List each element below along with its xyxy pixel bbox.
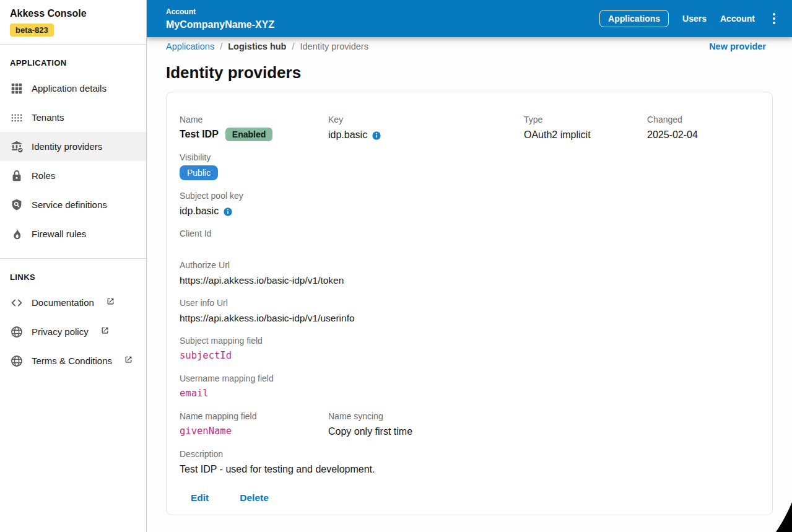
sidebar-item-application-details[interactable]: Application details	[0, 74, 146, 103]
sidebar-link-label: Privacy policy	[32, 326, 89, 337]
field-authorize-url: Authorize Url https://api.akkess.io/basi…	[180, 259, 759, 287]
sidebar-link-label: Terms & Conditions	[32, 355, 112, 366]
account-block: Account MyCompanyName-XYZ	[166, 7, 274, 30]
visibility-badge: Public	[180, 165, 218, 180]
field-label: Changed	[647, 113, 759, 126]
breadcrumb: Applications / Logistics hub / Identity …	[166, 41, 368, 51]
sidebar-link-label: Documentation	[32, 297, 94, 308]
account-label: Account	[166, 7, 274, 16]
field-label: Type	[524, 113, 647, 126]
sidebar-item-label: Tenants	[32, 112, 64, 123]
nav-users-link[interactable]: Users	[682, 14, 707, 24]
field-label: Authorize Url	[180, 259, 759, 271]
info-icon[interactable]	[223, 206, 233, 216]
field-label: Subject pool key	[180, 190, 759, 202]
top-bar: Account MyCompanyName-XYZ Applications U…	[147, 0, 792, 37]
external-link-icon	[124, 355, 133, 363]
field-label: Name	[180, 113, 328, 126]
sidebar-link-terms-conditions[interactable]: Terms & Conditions	[0, 346, 146, 375]
app-title: Akkess Console	[10, 8, 136, 19]
identity-bank-icon	[10, 140, 24, 154]
provider-key: idp.basic	[328, 128, 367, 142]
sidebar-section-links: LINKS	[10, 273, 136, 282]
card-actions: Edit Delete	[191, 492, 759, 504]
breadcrumb-logistics-hub[interactable]: Logistics hub	[228, 41, 286, 51]
sidebar-item-label: Firewall rules	[32, 229, 86, 239]
sidebar-item-label: Roles	[32, 170, 55, 181]
top-nav: Applications Users Account	[599, 10, 780, 27]
name-syncing-value: Copy only first time	[328, 424, 524, 438]
field-label: Name syncing	[328, 410, 524, 422]
breadcrumb-separator: /	[292, 41, 294, 51]
sidebar-item-label: Identity providers	[32, 141, 102, 152]
breadcrumb-identity-providers: Identity providers	[300, 41, 368, 51]
provider-changed: 2025-02-04	[647, 128, 759, 142]
sidebar-item-service-definitions[interactable]: Service definitions	[0, 190, 146, 219]
field-label: Visibility	[180, 151, 759, 164]
sidebar-item-identity-providers[interactable]: Identity providers	[0, 132, 146, 161]
field-description: Description Test IDP - used for testing …	[180, 448, 759, 476]
lock-icon	[10, 169, 24, 183]
sidebar: Akkess Console beta-823 APPLICATION Appl…	[0, 0, 147, 532]
field-label: Key	[328, 113, 524, 126]
field-type: Type OAuth2 implicit	[524, 113, 647, 142]
sidebar-item-firewall-rules[interactable]: Firewall rules	[0, 219, 146, 248]
info-icon[interactable]	[372, 130, 381, 140]
breadcrumb-row: Applications / Logistics hub / Identity …	[147, 37, 792, 53]
user-info-url: https://api.akkess.io/basic-idp/v1/useri…	[180, 311, 759, 325]
sidebar-item-roles[interactable]: Roles	[0, 161, 146, 190]
page-title: Identity providers	[166, 63, 301, 82]
field-name-syncing: Name syncing Copy only first time	[328, 410, 524, 438]
field-key: Key idp.basic	[328, 113, 524, 142]
edit-button[interactable]: Edit	[191, 492, 209, 504]
enabled-status-badge: Enabled	[225, 128, 272, 141]
nav-applications-button[interactable]: Applications	[599, 10, 669, 27]
provider-type: OAuth2 implicit	[524, 128, 647, 142]
mouse-cursor	[776, 502, 792, 532]
new-provider-link[interactable]: New provider	[709, 41, 766, 51]
breadcrumb-separator: /	[220, 41, 222, 51]
shield-search-icon	[10, 198, 24, 212]
environment-badge: beta-823	[10, 24, 54, 37]
overflow-menu-icon[interactable]	[768, 12, 780, 25]
field-label: Client Id	[180, 227, 759, 240]
sidebar-link-privacy-policy[interactable]: Privacy policy	[0, 317, 146, 346]
account-name: MyCompanyName-XYZ	[166, 19, 274, 30]
sidebar-divider	[0, 258, 146, 259]
sidebar-item-label: Application details	[32, 83, 107, 94]
field-name: Name Test IDP Enabled	[180, 113, 328, 142]
name-mapping-field: givenName	[180, 424, 328, 438]
sidebar-section-application: APPLICATION	[10, 58, 136, 68]
field-username-mapping: Username mapping field email	[180, 372, 759, 401]
sidebar-item-label: Service definitions	[32, 199, 107, 210]
sidebar-link-documentation[interactable]: Documentation	[0, 288, 146, 317]
sidebar-divider	[0, 44, 146, 45]
tenants-grid-icon	[10, 111, 24, 124]
field-client-id: Client Id	[180, 227, 759, 250]
field-subject-pool-key: Subject pool key idp.basic	[180, 190, 759, 218]
username-mapping-field: email	[180, 386, 759, 401]
identity-provider-card: Name Test IDP Enabled Key idp.basic Type…	[166, 92, 773, 515]
delete-button[interactable]: Delete	[240, 492, 269, 504]
field-label: Description	[180, 448, 759, 460]
sidebar-header: Akkess Console beta-823	[0, 0, 146, 44]
field-user-info-url: User info Url https://api.akkess.io/basi…	[180, 297, 759, 325]
field-label: User info Url	[180, 297, 759, 309]
nav-account-link[interactable]: Account	[720, 14, 755, 24]
code-icon	[10, 296, 24, 310]
provider-name: Test IDP	[180, 129, 219, 140]
field-changed: Changed 2025-02-04	[647, 113, 759, 142]
flame-icon	[10, 227, 24, 241]
external-link-icon	[101, 326, 109, 334]
field-label: Name mapping field	[180, 410, 328, 422]
sidebar-item-tenants[interactable]: Tenants	[0, 103, 146, 132]
field-subject-mapping: Subject mapping field subjectId	[180, 334, 759, 363]
authorize-url: https://api.akkess.io/basic-idp/v1/token	[180, 273, 759, 287]
client-id-empty-value	[180, 242, 759, 250]
subject-mapping-field: subjectId	[180, 349, 759, 363]
subject-pool-key: idp.basic	[180, 204, 219, 218]
app-grid-icon	[10, 82, 24, 95]
description-value: Test IDP - used for testing and developm…	[180, 462, 759, 476]
breadcrumb-applications[interactable]: Applications	[166, 41, 214, 51]
field-name-mapping: Name mapping field givenName	[180, 410, 328, 438]
